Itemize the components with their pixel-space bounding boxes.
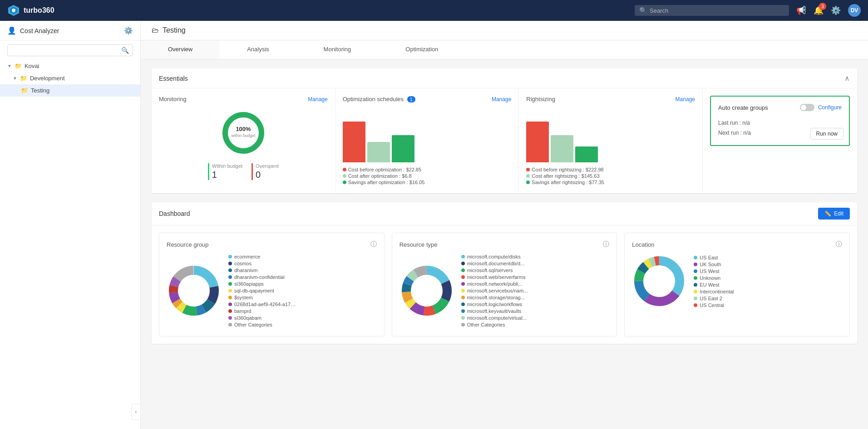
rt-legend-0: microsoft.compute/disks [461,254,528,259]
sidebar-header: 👤 Cost Analyzer ⚙️ [0,21,140,41]
monitoring-manage-link[interactable]: Manage [308,96,327,102]
legend-bullet-1 [228,262,232,265]
loc-legend-7: US Central [694,302,734,308]
configure-link[interactable]: Configure [818,104,842,111]
location-donut [632,254,686,310]
essentials-collapse-button[interactable]: ∧ [844,74,850,83]
rightsizing-manage-link[interactable]: Manage [676,96,695,102]
svg-point-19 [179,276,209,306]
essentials-grid: Monitoring Manage 100% within budget [152,88,857,193]
top-nav: turbo360 🔍 📢 🔔 3 ⚙️ DV [0,0,868,21]
legend-item-9: sl360qabam [228,315,298,321]
svg-text:within budget: within budget [231,133,256,138]
essentials-header: Essentials ∧ [152,68,857,88]
auto-create-inner: Auto create groups Configure [710,96,850,146]
loc-legend-5: Intercontinental [694,289,734,294]
location-card: Location ⓘ [624,233,850,336]
rt-legend-7: microsoft.logic/workflows [461,302,528,307]
opt-bar-3 [392,135,414,162]
legend-bullet-0 [228,255,232,258]
loc-legend-4: EU West [694,282,734,288]
sidebar-item-development[interactable]: ▼ 📁 Development [0,72,140,84]
tab-overview[interactable]: Overview [141,40,220,59]
notification-icon[interactable]: 🔔 3 [814,5,824,15]
rightsizing-card: Rightsizing Manage [519,88,703,193]
user-avatar[interactable]: DV [848,4,861,17]
opt-legend-dot-1 [343,174,346,178]
tab-monitoring[interactable]: Monitoring [296,40,379,59]
overspent-stat: Overspent 0 [252,163,279,180]
settings-icon[interactable]: ⚙️ [831,5,841,15]
loc-legend-0: US East [694,255,734,260]
loc-legend-3: Unknown [694,275,734,281]
resource-group-inner: ecommerce cosmos dharanivm [167,254,377,329]
rightsizing-bars [526,108,695,162]
search-input[interactable] [650,7,784,14]
sidebar-title: 👤 Cost Analyzer [7,26,59,35]
resource-group-title: Resource group ⓘ [167,240,377,249]
rs-legend-dot-2 [526,180,530,184]
resource-type-donut [399,263,454,319]
optimization-badge: 1 [407,96,415,102]
opt-legend-0: Cost before optimization : $22.85 [343,167,512,172]
dashboard-header: Dashboard ✏️ Edit [152,202,857,225]
resource-group-info-icon[interactable]: ⓘ [370,240,377,249]
resource-type-info-icon[interactable]: ⓘ [603,240,609,249]
legend-bullet-2 [228,268,232,272]
megaphone-icon[interactable]: 📢 [796,5,806,15]
app-logo[interactable]: turbo360 [7,4,54,17]
legend-bullet-6 [228,296,232,299]
monitoring-card-title: Monitoring Manage [159,96,328,102]
svg-text:100%: 100% [236,126,251,132]
page-title: Testing [163,26,186,34]
within-budget-stat: Within budget 1 [208,163,242,180]
sidebar-search-input[interactable] [11,47,118,54]
auto-create-toggle[interactable] [800,104,814,111]
sidebar-item-kovai[interactable]: ▼ 📁 Kovai [0,60,140,72]
rt-legend-5: microsoft.servicebus/nam... [461,288,528,293]
search-area: 🔍 [635,5,789,16]
folder-icon: 📁 [20,75,27,82]
location-info-icon[interactable]: ⓘ [836,240,842,249]
sidebar-collapse-button[interactable]: ‹ [131,404,140,420]
resource-group-card: Resource group ⓘ [159,233,385,336]
tab-optimization[interactable]: Optimization [378,40,465,59]
svg-point-42 [644,266,674,296]
opt-legend-dot-0 [343,168,346,171]
legend-item-3: dharanivm-confidential [228,274,298,280]
legend-bullet-10 [228,323,232,327]
resource-group-donut [167,263,221,319]
optimization-manage-link[interactable]: Manage [492,96,511,102]
dashboard-title: Dashboard [159,210,190,217]
legend-bullet-5 [228,289,232,292]
sidebar-settings-icon[interactable]: ⚙️ [124,26,133,35]
run-now-button[interactable]: Run now [810,128,843,140]
essentials-title: Essentials [159,75,188,82]
sidebar-search-wrap: 🔍 [7,44,133,56]
essentials-section: Essentials ∧ Monitoring Manage [152,68,857,193]
resource-type-inner: microsoft.compute/disks microsoft.docume… [399,254,610,329]
auto-create-card: Auto create groups Configure [703,88,857,193]
rs-legend-1: Cost after rightsizing : $145.63 [526,173,695,179]
rightsizing-legend: Cost before rightsizing : $222.98 Cost a… [526,167,695,186]
tab-analysis[interactable]: Analysis [220,40,296,59]
opt-legend-dot-2 [343,180,346,184]
rightsizing-bar-group [526,122,598,162]
rt-legend-6: microsoft.storage/storag... [461,295,528,300]
loc-legend-2: US West [694,268,734,274]
optimization-bars [343,108,512,162]
optimization-schedules-card: Optimization schedules 1 Manage [335,88,519,193]
chevron-down-icon: ▼ [13,76,17,81]
sidebar-item-testing[interactable]: 📁 Testing [0,84,140,97]
rt-legend-9: microsoft.compute/virtual... [461,315,528,321]
folder-icon: 📁 [15,63,22,69]
location-legend: US East UK South US West [694,255,734,309]
loc-legend-6: US East 2 [694,296,734,301]
sidebar-search-icon: 🔍 [121,47,129,54]
sidebar-search-area: 🔍 [0,41,140,60]
edit-button[interactable]: ✏️ Edit [818,208,850,219]
optimization-legend: Cost before optimization : $22.85 Cost a… [343,167,512,186]
rt-legend-8: microsoft.keyvault/vaults [461,308,528,314]
legend-item-4: sl360apiapps [228,281,298,287]
resource-type-title: Resource type ⓘ [399,240,610,249]
